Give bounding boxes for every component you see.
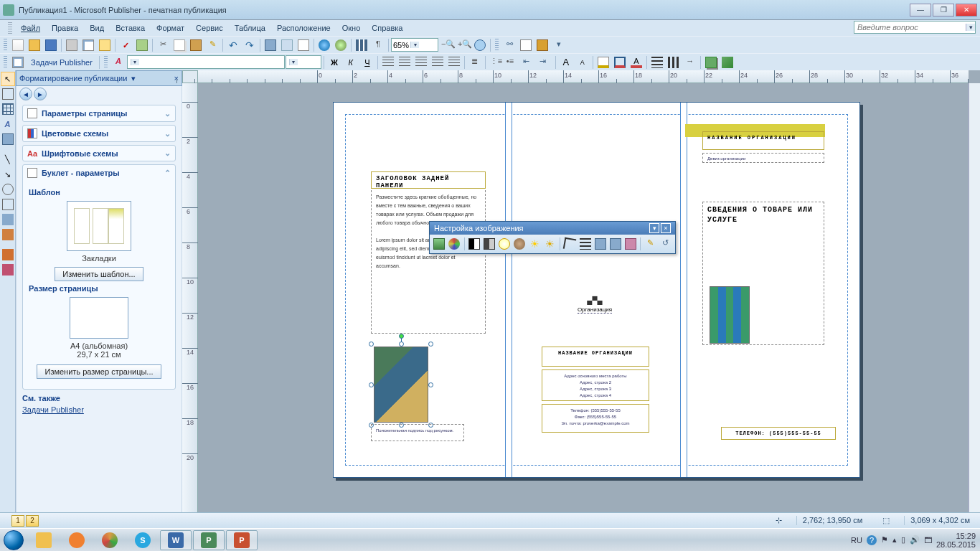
tray-date[interactable]: 28.05.2015 bbox=[936, 540, 976, 549]
ruler-horizontal[interactable] bbox=[198, 70, 969, 83]
taskbar-word[interactable]: W bbox=[160, 530, 192, 550]
line-tool[interactable]: ╲ bbox=[1, 152, 15, 166]
picture-frame-tool[interactable] bbox=[1, 132, 15, 146]
toolbar-grip[interactable] bbox=[104, 56, 108, 69]
section-booklet-header[interactable]: Буклет - параметры⌃ bbox=[23, 165, 175, 181]
hyperlink-inspector-button[interactable] bbox=[333, 37, 349, 52]
mail-button[interactable] bbox=[97, 37, 113, 52]
tray-time[interactable]: 15:29 bbox=[936, 532, 976, 540]
font-shrink-button[interactable]: A bbox=[575, 55, 590, 70]
text-wrapping-button[interactable] bbox=[608, 237, 623, 252]
bookmark-tool[interactable] bbox=[1, 227, 15, 242]
less-contrast-button[interactable] bbox=[482, 237, 496, 252]
justify-button[interactable] bbox=[430, 55, 446, 70]
cut-button[interactable]: ✂ bbox=[155, 37, 171, 52]
tray-network-icon[interactable]: ▯ bbox=[901, 535, 905, 545]
bold-button[interactable]: Ж bbox=[326, 55, 342, 70]
line-spacing-button[interactable]: ≣ bbox=[467, 55, 483, 70]
task-pane-forward-button[interactable]: ► bbox=[34, 88, 47, 100]
page-tab-1[interactable]: 1 bbox=[11, 515, 24, 527]
shadow-button[interactable] bbox=[703, 55, 719, 70]
distribute-button[interactable] bbox=[446, 55, 462, 70]
fill-color-button[interactable] bbox=[595, 55, 611, 70]
toolbar-grip[interactable] bbox=[4, 39, 7, 52]
zoom-in-button[interactable]: +🔍 bbox=[456, 37, 471, 52]
zoom-out-button[interactable]: −🔍 bbox=[439, 37, 455, 52]
change-page-size-button[interactable]: Изменить размер страницы... bbox=[37, 364, 161, 379]
arrow-style-button[interactable]: → bbox=[682, 55, 698, 70]
3d-button[interactable] bbox=[720, 55, 735, 70]
nav-pane-button[interactable] bbox=[534, 37, 550, 52]
help-button[interactable] bbox=[472, 37, 488, 52]
back-panel-text-box[interactable]: Разместите здесь краткие обобщенные, но … bbox=[371, 190, 486, 334]
org-contact[interactable]: Телефон: (555)555-55-55 Факс: (555)555-5… bbox=[542, 404, 649, 433]
selected-picture[interactable] bbox=[374, 347, 428, 423]
tray-help-icon[interactable]: ? bbox=[867, 535, 877, 545]
menu-help[interactable]: Справка bbox=[366, 22, 408, 34]
recolor-button[interactable] bbox=[447, 237, 461, 252]
align-right-button[interactable] bbox=[413, 55, 429, 70]
menu-window[interactable]: Окно bbox=[336, 22, 367, 34]
styles-button[interactable]: A bbox=[110, 55, 126, 70]
help-search-input[interactable] bbox=[854, 23, 966, 32]
taskbar-explorer[interactable] bbox=[28, 530, 60, 550]
task-pane-back-button[interactable]: ◄ bbox=[19, 88, 32, 100]
panel3-title-box[interactable]: НАЗВАНИЕ ОРГАНИЗАЦИИ bbox=[702, 131, 824, 150]
research-button[interactable] bbox=[134, 37, 150, 52]
format-painter-button[interactable]: ✎ bbox=[204, 37, 220, 52]
send-back-button[interactable] bbox=[279, 37, 295, 52]
font-size-combo[interactable]: ▾ bbox=[286, 55, 321, 69]
table-tool[interactable] bbox=[1, 102, 15, 116]
format-picture-button[interactable] bbox=[623, 237, 638, 252]
open-button[interactable] bbox=[27, 37, 42, 52]
panel3-slogan[interactable]: Девиз организации bbox=[702, 153, 824, 163]
ruler-vertical[interactable] bbox=[182, 83, 198, 517]
font-color-button[interactable]: A bbox=[628, 55, 644, 70]
columns-button[interactable] bbox=[354, 37, 369, 52]
bring-front-button[interactable] bbox=[263, 37, 278, 52]
undo-button[interactable]: ↶ bbox=[225, 37, 241, 52]
redo-button[interactable]: ↷ bbox=[242, 37, 258, 52]
webpage-preview-button[interactable] bbox=[316, 37, 332, 52]
line-color-button[interactable] bbox=[612, 55, 628, 70]
publisher-tasks-icon[interactable] bbox=[10, 55, 26, 70]
less-brightness-button[interactable] bbox=[512, 237, 527, 252]
bookmark-button[interactable] bbox=[518, 37, 534, 52]
more-contrast-button[interactable] bbox=[467, 237, 481, 252]
pointer-tool[interactable]: ↖ bbox=[1, 72, 15, 86]
publisher-tasks-label[interactable]: Задачи Publisher bbox=[27, 58, 97, 67]
menu-edit[interactable]: Правка bbox=[46, 22, 84, 34]
autoshapes-tool[interactable] bbox=[1, 212, 15, 227]
panel3-phone-box[interactable]: ТЕЛЕФОН: (555)555-55-55 bbox=[721, 427, 836, 440]
picture-toolbar-options-button[interactable]: ▾ bbox=[649, 223, 659, 233]
taskpane-dropdown-icon[interactable]: ▾ bbox=[131, 74, 136, 83]
tray-volume-icon[interactable]: 🔊 bbox=[910, 535, 920, 545]
paste-button[interactable] bbox=[188, 37, 204, 52]
taskbar-powerpoint[interactable]: P bbox=[226, 530, 258, 550]
wordart-tool[interactable]: A bbox=[1, 117, 15, 131]
indent-button[interactable]: ⇥ bbox=[537, 55, 553, 70]
taskbar-publisher[interactable]: P bbox=[193, 530, 225, 550]
picture-toolbar-close-button[interactable]: × bbox=[661, 223, 671, 233]
brightness-down-icon[interactable]: ☀ bbox=[543, 237, 557, 252]
menu-table[interactable]: Таблица bbox=[229, 22, 271, 34]
line-style-picture-button[interactable] bbox=[578, 237, 592, 252]
hyperlink-button[interactable]: ⚯ bbox=[501, 37, 517, 52]
picture-toolbar-titlebar[interactable]: Настройка изображения ▾ × bbox=[430, 222, 675, 235]
menu-arrange[interactable]: Расположение bbox=[271, 22, 336, 34]
menu-tools[interactable]: Сервис bbox=[190, 22, 229, 34]
org-address[interactable]: Адрес основного места работы Адрес, стро… bbox=[542, 369, 649, 401]
maximize-button[interactable]: ❐ bbox=[933, 4, 954, 17]
zoom-combo[interactable]: 65%▾ bbox=[391, 38, 438, 52]
start-button[interactable] bbox=[0, 529, 27, 552]
rotate-handle[interactable] bbox=[399, 334, 404, 339]
font-grow-button[interactable]: A bbox=[558, 55, 574, 70]
section-font-schemes[interactable]: AaШрифтовые схемы⌄ bbox=[22, 145, 176, 161]
numbering-button[interactable]: ⋮≡ bbox=[488, 55, 504, 70]
tray-chevron-icon[interactable]: ▴ bbox=[892, 535, 897, 545]
brightness-up-icon[interactable]: ☀ bbox=[528, 237, 542, 252]
panel3-picture[interactable] bbox=[710, 286, 750, 344]
reset-picture-button[interactable]: ↺ bbox=[659, 237, 673, 252]
webtools-more-button[interactable]: ▾ bbox=[551, 37, 567, 52]
underline-button[interactable]: Ч bbox=[359, 55, 375, 70]
